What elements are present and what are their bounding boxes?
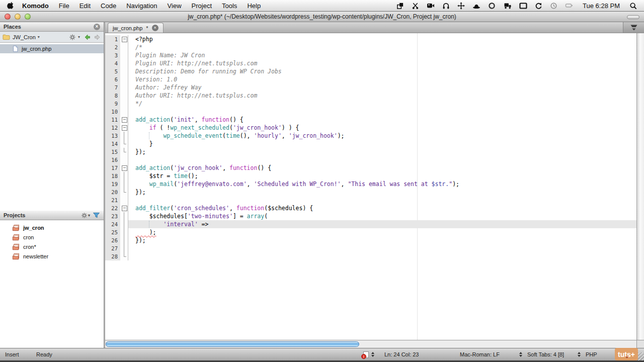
menu-help[interactable]: Help: [242, 2, 266, 10]
back-arrow-icon[interactable]: [84, 34, 91, 41]
stepper-icon[interactable]: [371, 350, 374, 358]
gear-icon[interactable]: [69, 34, 76, 41]
line-number[interactable]: 7: [105, 83, 120, 92]
line-number[interactable]: 13: [105, 132, 120, 140]
code-text[interactable]: });: [128, 148, 636, 156]
code-text[interactable]: [128, 244, 636, 252]
battery-icon[interactable]: [565, 3, 573, 9]
gear-dropdown-icon[interactable]: ▾: [78, 35, 80, 39]
line-number[interactable]: 25: [105, 228, 120, 236]
horizontal-scrollbar-thumb[interactable]: [106, 341, 359, 347]
time-machine-icon[interactable]: [550, 2, 557, 10]
code-text[interactable]: [128, 196, 636, 204]
gear-icon[interactable]: [81, 212, 88, 219]
encoding-indicator[interactable]: Mac-Roman: LF: [455, 348, 519, 360]
tab-settings-indicator[interactable]: Soft Tabs: 4 [8]: [522, 348, 578, 360]
code-editor[interactable]: 1<?php2/*3Plugin Name: JW Cron4Plugin UR…: [105, 33, 644, 340]
line-number[interactable]: 27: [105, 244, 120, 252]
scissors-icon[interactable]: [412, 2, 419, 10]
line-number[interactable]: 24: [105, 220, 120, 228]
line-number[interactable]: 2: [105, 43, 120, 51]
line-number[interactable]: 21: [105, 196, 120, 204]
horizontal-scrollbar[interactable]: [105, 340, 644, 348]
code-text[interactable]: wp_mail('jeffrey@envato.com', 'Scheduled…: [128, 180, 636, 188]
code-text[interactable]: Author URI: http://net.tutsplus.com: [128, 92, 636, 100]
code-text[interactable]: $str = time();: [128, 172, 636, 180]
headphones-icon[interactable]: [442, 2, 450, 10]
project-item-jw_cron[interactable]: jw_cron: [0, 223, 104, 232]
camera-icon[interactable]: [427, 2, 435, 9]
code-text[interactable]: */: [128, 100, 636, 108]
menu-code[interactable]: Code: [96, 2, 121, 10]
code-text[interactable]: 'interval' =>: [128, 220, 636, 228]
code-text[interactable]: add_action('init', function() {: [128, 116, 636, 124]
menu-edit[interactable]: Edit: [74, 2, 96, 10]
move-icon[interactable]: [457, 2, 465, 10]
line-number[interactable]: 14: [105, 140, 120, 148]
syntax-check-section[interactable]: !: [358, 348, 379, 360]
line-number[interactable]: 20: [105, 188, 120, 196]
menu-file[interactable]: File: [54, 2, 74, 10]
fold-margin[interactable]: [120, 164, 128, 172]
line-number[interactable]: 28: [105, 252, 120, 260]
language-indicator[interactable]: PHP: [581, 348, 607, 360]
sync-icon[interactable]: [535, 2, 542, 10]
line-number[interactable]: 9: [105, 100, 120, 108]
fold-margin[interactable]: [120, 35, 128, 43]
code-text[interactable]: Description: Demo for running WP Cron Jo…: [128, 67, 636, 75]
line-number[interactable]: 23: [105, 212, 120, 220]
menu-komodo[interactable]: Komodo: [17, 2, 54, 10]
tab-jw-cron[interactable]: jw_cron.php * ×: [108, 23, 164, 33]
line-number[interactable]: 5: [105, 67, 120, 75]
code-text[interactable]: Plugin URI: http://net.tutsplus.com: [128, 59, 636, 67]
code-text[interactable]: });: [128, 188, 636, 196]
project-item-newsletter[interactable]: newsletter: [0, 251, 104, 261]
line-number[interactable]: 8: [105, 92, 120, 100]
syntax-error-icon[interactable]: !: [363, 351, 369, 358]
code-text[interactable]: if ( !wp_next_scheduled('jw_cron_hook') …: [128, 124, 636, 132]
spotlight-icon[interactable]: [629, 2, 637, 10]
tab-close-icon[interactable]: ×: [152, 25, 158, 31]
line-number[interactable]: 15: [105, 148, 120, 156]
truck-icon[interactable]: [503, 2, 512, 9]
zoom-window-button[interactable]: [25, 14, 31, 20]
code-text[interactable]: });: [128, 236, 636, 244]
code-text[interactable]: Plugin Name: JW Cron: [128, 51, 636, 59]
line-number[interactable]: 6: [105, 75, 120, 83]
code-text[interactable]: [128, 156, 636, 164]
menu-tools[interactable]: Tools: [217, 2, 242, 10]
filter-funnel-icon[interactable]: [93, 212, 100, 218]
folder-dropdown-icon[interactable]: ▾: [38, 35, 40, 39]
menu-view[interactable]: View: [163, 2, 187, 10]
code-text[interactable]: Version: 1.0: [128, 75, 636, 83]
apple-icon[interactable]: [7, 2, 14, 10]
fold-margin[interactable]: [120, 116, 128, 124]
code-text[interactable]: );: [128, 228, 636, 236]
line-number[interactable]: 12: [105, 124, 120, 132]
circle-icon[interactable]: [488, 2, 496, 10]
code-text[interactable]: <?php: [128, 35, 636, 43]
project-item-cron[interactable]: cron*: [0, 242, 104, 251]
line-number[interactable]: 16: [105, 156, 120, 164]
line-number[interactable]: 1: [105, 35, 120, 43]
code-text[interactable]: add_filter('cron_schedules', function($s…: [128, 204, 636, 212]
line-number[interactable]: 3: [105, 51, 120, 59]
window-title-bar[interactable]: jw_cron.php* (~/Desktop/Websites/wordpre…: [0, 12, 644, 22]
code-text[interactable]: /*: [128, 43, 636, 51]
menu-navigation[interactable]: Navigation: [121, 2, 162, 10]
code-text[interactable]: wp_schedule_event(time(), 'hourly', 'jw_…: [128, 132, 636, 140]
menu-bar-clock[interactable]: Tue 6:28 PM: [581, 2, 622, 10]
line-number[interactable]: 4: [105, 59, 120, 67]
line-number[interactable]: 22: [105, 204, 120, 212]
code-text[interactable]: $schedules['two-minutes'] = array(: [128, 212, 636, 220]
line-number[interactable]: 10: [105, 108, 120, 116]
code-text[interactable]: add_action('jw_cron_hook', function() {: [128, 164, 636, 172]
code-text[interactable]: Author: Jeffrey Way: [128, 83, 636, 92]
line-number[interactable]: 11: [105, 116, 120, 124]
code-text[interactable]: [128, 252, 636, 260]
menu-project[interactable]: Project: [187, 2, 217, 10]
code-text[interactable]: }: [128, 140, 636, 148]
line-number[interactable]: 17: [105, 164, 120, 172]
close-places-icon[interactable]: ×: [94, 24, 100, 30]
project-item-cron[interactable]: cron: [0, 232, 104, 242]
